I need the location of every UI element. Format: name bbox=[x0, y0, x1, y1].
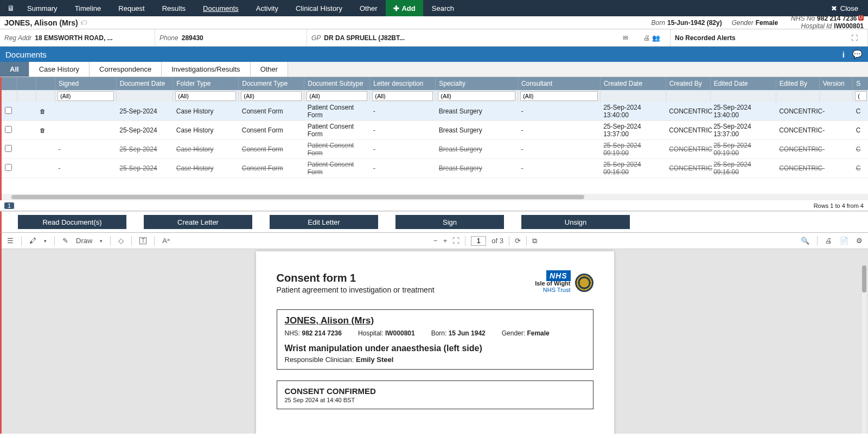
col-edited-date[interactable]: Edited Date bbox=[710, 77, 776, 90]
filter-folder[interactable] bbox=[175, 91, 236, 101]
chevron-down-icon[interactable]: ▾ bbox=[100, 238, 103, 244]
patient-name: JONES, Alison (Mrs) bbox=[4, 18, 78, 27]
trash-icon[interactable] bbox=[40, 126, 46, 134]
page-layout-icon[interactable]: ⧉ bbox=[532, 237, 537, 245]
pdf-canvas[interactable]: NHS Isle of Wight NHS Trust Consent form… bbox=[2, 249, 868, 434]
save-icon[interactable]: 📄 bbox=[840, 237, 848, 245]
tab-other[interactable]: Other bbox=[251, 62, 289, 77]
expand-icon[interactable]: ⛶ bbox=[851, 34, 858, 42]
section-title: Documents bbox=[5, 50, 47, 59]
search-icon[interactable]: 🔍 bbox=[801, 237, 809, 245]
rotate-icon[interactable]: ⟳ bbox=[515, 237, 521, 245]
gear-icon[interactable]: ⚙ bbox=[856, 237, 863, 245]
nav-timeline[interactable]: Timeline bbox=[66, 0, 110, 16]
list-icon[interactable]: ☰ bbox=[7, 237, 14, 245]
table-row[interactable]: -25-Sep-2024Case HistoryConsent FormPati… bbox=[2, 159, 868, 178]
zoom-in-icon[interactable]: + bbox=[443, 237, 448, 245]
pen-icon[interactable]: ✎ bbox=[62, 237, 68, 245]
col-document-subtype[interactable]: Document Subtype bbox=[304, 77, 370, 90]
nav-search[interactable]: Search bbox=[423, 0, 463, 16]
tag-icon[interactable]: 🏷 bbox=[80, 19, 87, 27]
create-letter-button[interactable]: Create Letter bbox=[144, 215, 252, 229]
col-folder-type[interactable]: Folder Type bbox=[173, 77, 239, 90]
envelope-icon[interactable]: ✉ bbox=[623, 34, 628, 42]
col-specialty[interactable]: Specialty bbox=[436, 77, 518, 90]
nav-add-button[interactable]: ✚ Add bbox=[386, 0, 423, 16]
info-icon[interactable]: i bbox=[843, 50, 845, 59]
nav-request[interactable]: Request bbox=[110, 0, 153, 16]
nav-clinical-history[interactable]: Clinical History bbox=[287, 0, 351, 16]
font-icon[interactable]: Aᵃ bbox=[162, 237, 170, 245]
filter-specialty[interactable] bbox=[438, 91, 515, 101]
print-pdf-icon[interactable]: 🖨 bbox=[825, 237, 832, 245]
print-icon[interactable]: 🖨 bbox=[643, 34, 650, 42]
highlight-icon[interactable]: 🖍 bbox=[29, 237, 36, 245]
table-row[interactable]: 25-Sep-2024Case HistoryConsent FormPatie… bbox=[2, 102, 868, 121]
close-icon: ✖ bbox=[831, 4, 837, 12]
clinician-name: Emily Steel bbox=[356, 356, 393, 364]
tab-correspondence[interactable]: Correspondence bbox=[90, 62, 162, 77]
horizontal-scrollbar[interactable] bbox=[2, 194, 868, 200]
vertical-scrollbar[interactable] bbox=[862, 265, 866, 434]
table-row[interactable]: 25-Sep-2024Case HistoryConsent FormPatie… bbox=[2, 121, 868, 140]
page-input[interactable] bbox=[471, 236, 486, 246]
demographics-row: Reg Addr18 EMSWORTH ROAD, ... Phone28943… bbox=[0, 29, 868, 47]
filter-letter[interactable] bbox=[372, 91, 433, 101]
patient-box: JONES, Alison (Mrs) NHS: 982 214 7236 Ho… bbox=[277, 309, 593, 370]
table-row[interactable]: -25-Sep-2024Case HistoryConsent FormPati… bbox=[2, 140, 868, 159]
consent-box: CONSENT CONFIRMED 25 Sep 2024 at 14:40 B… bbox=[277, 380, 593, 409]
col-document-type[interactable]: Document Type bbox=[239, 77, 304, 90]
col-consultant[interactable]: Consultant bbox=[518, 77, 600, 90]
unsign-button[interactable]: Unsign bbox=[521, 215, 630, 229]
filter-s[interactable] bbox=[855, 91, 867, 101]
zoom-out-icon[interactable]: − bbox=[433, 237, 438, 245]
text-tool-icon[interactable]: 🅃 bbox=[139, 237, 146, 245]
filter-doctype[interactable] bbox=[241, 91, 302, 101]
nav-documents[interactable]: Documents bbox=[194, 0, 247, 16]
edit-letter-button[interactable]: Edit Letter bbox=[270, 215, 378, 229]
row-checkbox[interactable] bbox=[5, 164, 12, 171]
nav-other[interactable]: Other bbox=[351, 0, 386, 16]
filter-subtype[interactable] bbox=[307, 91, 367, 101]
close-button[interactable]: ✖ Close bbox=[825, 4, 865, 12]
people-icon[interactable]: 👥 bbox=[652, 34, 660, 42]
pdf-page: NHS Isle of Wight NHS Trust Consent form… bbox=[256, 251, 614, 434]
trash-icon[interactable] bbox=[40, 107, 46, 115]
row-checkbox[interactable] bbox=[5, 145, 12, 152]
nav-results[interactable]: Results bbox=[154, 0, 194, 16]
filter-signed[interactable] bbox=[58, 91, 114, 101]
crest-icon bbox=[575, 274, 593, 292]
tab-all[interactable]: All bbox=[0, 62, 29, 77]
draw-label[interactable]: Draw bbox=[76, 237, 92, 245]
col-signed[interactable]: Signed bbox=[55, 77, 116, 90]
row-checkbox[interactable] bbox=[5, 107, 12, 114]
erase-icon[interactable]: ◇ bbox=[118, 237, 124, 245]
col-s[interactable]: S bbox=[853, 77, 868, 90]
nav-summary[interactable]: Summary bbox=[18, 0, 66, 16]
pager: 1 Rows 1 to 4 from 4 bbox=[0, 200, 868, 211]
sign-button[interactable]: Sign bbox=[395, 215, 504, 229]
nav-activity[interactable]: Activity bbox=[247, 0, 287, 16]
row-checkbox[interactable] bbox=[5, 126, 12, 133]
col-version[interactable]: Version bbox=[819, 77, 853, 90]
grid-filter-row bbox=[2, 90, 868, 102]
chat-icon[interactable]: 💬 bbox=[852, 49, 863, 59]
col-edited-by[interactable]: Edited By bbox=[776, 77, 819, 90]
patient-hospital-id: IW000801 bbox=[834, 22, 864, 30]
top-nav: 🖥 Summary Timeline Request Results Docum… bbox=[0, 0, 868, 16]
col-document-date[interactable]: Document Date bbox=[116, 77, 173, 90]
filter-consultant[interactable] bbox=[520, 91, 598, 101]
read-documents-button[interactable]: Read Document(s) bbox=[18, 215, 126, 229]
patient-banner: JONES, Alison (Mrs) 🏷 Born15-Jun-1942 (8… bbox=[0, 16, 868, 29]
fit-icon[interactable]: ⛶ bbox=[452, 237, 459, 245]
pdf-viewer: ☰ 🖍▾ ✎ Draw▾ ◇ 🅃 Aᵃ − + ⛶ of 3 ⟳ ⧉ 🔍 🖨 📄 bbox=[0, 233, 868, 434]
section-header: Documents i 💬 bbox=[0, 47, 868, 62]
tab-case-history[interactable]: Case History bbox=[29, 62, 90, 77]
col-created-by[interactable]: Created By bbox=[666, 77, 710, 90]
tab-investigations[interactable]: Investigations/Results bbox=[162, 62, 250, 77]
chevron-down-icon[interactable]: ▾ bbox=[44, 238, 47, 244]
consent-title: CONSENT CONFIRMED bbox=[285, 386, 585, 396]
col-created-date[interactable]: Created Date bbox=[600, 77, 666, 90]
page-badge[interactable]: 1 bbox=[4, 202, 14, 209]
col-letter-description[interactable]: Letter description bbox=[370, 77, 436, 90]
